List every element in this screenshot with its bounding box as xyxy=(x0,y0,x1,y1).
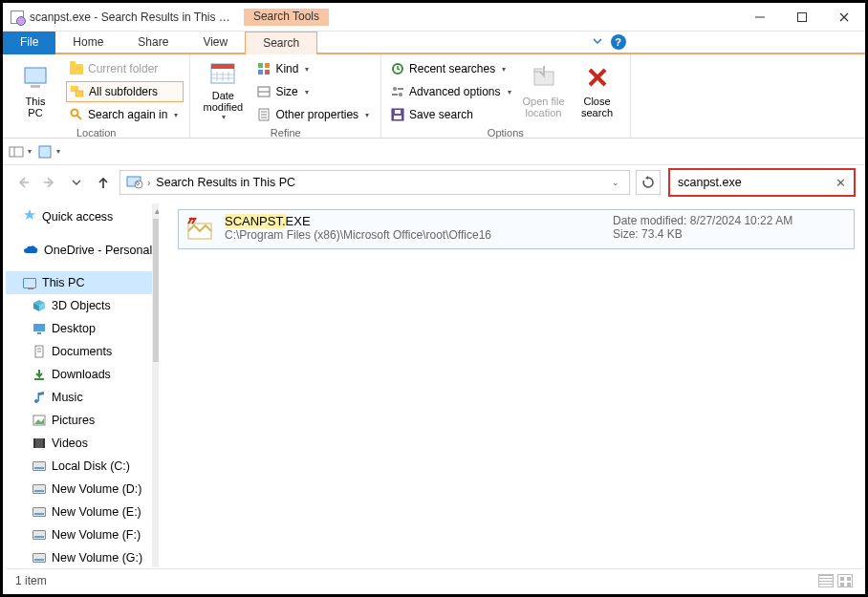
nav-volume-f[interactable]: New Volume (F:) xyxy=(6,523,159,546)
download-icon xyxy=(33,368,46,381)
contextual-tab-label: Search Tools xyxy=(244,9,329,26)
nav-item-label: New Volume (F:) xyxy=(52,528,141,542)
tab-search[interactable]: Search xyxy=(245,32,317,54)
nav-this-pc-label: This PC xyxy=(42,276,84,289)
window-minimize-button[interactable] xyxy=(739,3,781,32)
address-bar[interactable]: › Search Results in This PC ⌄ xyxy=(119,170,630,195)
other-properties-button[interactable]: Other properties▾ xyxy=(253,104,375,125)
nav-music[interactable]: Music xyxy=(6,386,159,409)
advanced-options-icon xyxy=(391,85,404,98)
search-box[interactable]: ✕ xyxy=(668,168,856,197)
svg-rect-1 xyxy=(798,12,807,21)
nav-documents[interactable]: Documents xyxy=(6,340,159,363)
chevron-down-icon: ▾ xyxy=(174,111,178,119)
nav-volume-d[interactable]: New Volume (D:) xyxy=(6,478,159,501)
chevron-down-icon[interactable]: ▾ xyxy=(28,147,32,156)
kind-label: Kind xyxy=(275,62,298,75)
svg-rect-51 xyxy=(33,324,45,331)
search-again-in-button[interactable]: Search again in ▾ xyxy=(66,104,184,125)
advanced-options-button[interactable]: Advanced options▾ xyxy=(387,81,516,102)
nav-item-label: New Volume (D:) xyxy=(52,482,141,496)
nav-local-disk-c[interactable]: Local Disk (C:) xyxy=(6,455,159,478)
tab-share[interactable]: Share xyxy=(120,32,185,54)
cloud-icon xyxy=(23,245,38,256)
svg-rect-34 xyxy=(395,110,401,114)
window-maximize-button[interactable] xyxy=(781,3,823,32)
nav-item-label: Pictures xyxy=(52,414,95,427)
svg-point-8 xyxy=(72,110,78,117)
nav-volume-g[interactable]: New Volume (G:) xyxy=(6,546,159,567)
chevron-down-icon: ▾ xyxy=(365,111,369,119)
result-file-path: C:\Program Files (x86)\Microsoft Office\… xyxy=(225,228,603,242)
this-pc-icon xyxy=(21,62,50,93)
nav-item-label: Documents xyxy=(52,345,112,358)
nav-back-button xyxy=(12,172,33,193)
svg-point-30 xyxy=(399,93,402,96)
nav-up-button[interactable] xyxy=(93,172,114,193)
refresh-button[interactable] xyxy=(636,170,661,195)
this-pc-button[interactable]: This PC xyxy=(9,58,62,121)
svg-rect-17 xyxy=(258,63,263,68)
nav-item-label: 3D Objects xyxy=(52,299,111,312)
kind-button[interactable]: Kind▾ xyxy=(253,58,375,79)
nav-quick-access[interactable]: Quick access xyxy=(6,203,159,229)
result-row[interactable]: SCANPST.EXE C:\Program Files (x86)\Micro… xyxy=(178,209,855,249)
chevron-down-icon[interactable]: ▾ xyxy=(56,147,60,156)
nav-forward-button xyxy=(39,172,60,193)
clear-search-icon[interactable]: ✕ xyxy=(835,176,846,190)
nav-downloads[interactable]: Downloads xyxy=(6,363,159,386)
nav-volume-e[interactable]: New Volume (E:) xyxy=(6,501,159,523)
close-search-button[interactable]: Close search xyxy=(571,58,624,121)
help-icon[interactable]: ? xyxy=(611,34,626,50)
size-icon xyxy=(257,85,271,98)
size-button[interactable]: Size▾ xyxy=(253,81,375,102)
nav-this-pc[interactable]: This PC xyxy=(6,271,159,294)
date-modified-button[interactable]: Date modified▾ xyxy=(196,58,250,121)
nav-3d-objects[interactable]: 3D Objects xyxy=(6,294,159,317)
folder-icon xyxy=(70,64,83,75)
nav-item-label: Music xyxy=(52,391,83,404)
view-large-icons-button[interactable] xyxy=(837,574,853,587)
search-input[interactable] xyxy=(678,176,832,189)
size-label: Size xyxy=(275,85,297,98)
all-subfolders-button[interactable]: All subfolders xyxy=(66,81,184,102)
tab-home[interactable]: Home xyxy=(55,32,120,54)
calendar-icon xyxy=(208,58,237,87)
nav-pictures[interactable]: Pictures xyxy=(6,409,159,432)
kind-icon xyxy=(257,62,271,75)
window-close-button[interactable] xyxy=(823,3,865,32)
preview-pane-icon[interactable] xyxy=(9,144,24,160)
nav-videos[interactable]: Videos xyxy=(6,432,159,455)
save-search-button[interactable]: Save search xyxy=(387,104,516,125)
picture-icon xyxy=(33,415,46,426)
navigation-pane[interactable]: Quick access OneDrive - Personal This PC… xyxy=(6,203,159,567)
close-search-label: Close search xyxy=(581,96,613,118)
result-date-label: Date modified: xyxy=(613,214,686,227)
view-details-button[interactable] xyxy=(818,574,834,587)
details-pane-icon[interactable] xyxy=(37,144,53,160)
tab-file[interactable]: File xyxy=(3,32,55,54)
breadcrumb[interactable]: Search Results in This PC xyxy=(150,176,301,189)
nav-item-label: Downloads xyxy=(52,368,111,381)
nav-item-label: New Volume (E:) xyxy=(52,505,141,519)
recent-searches-button[interactable]: Recent searches▾ xyxy=(387,58,516,79)
svg-rect-11 xyxy=(211,64,234,69)
tab-view[interactable]: View xyxy=(185,32,245,54)
address-history-dropdown[interactable]: ⌄ xyxy=(604,178,627,187)
nav-desktop[interactable]: Desktop xyxy=(6,317,159,340)
result-file-name: SCANPST.EXE xyxy=(225,214,603,228)
close-search-icon xyxy=(583,62,612,93)
svg-rect-63 xyxy=(43,438,45,448)
group-refine-label: Refine xyxy=(190,125,380,141)
cube-icon xyxy=(33,299,46,312)
svg-line-9 xyxy=(77,116,81,119)
search-location-icon xyxy=(126,174,143,192)
desktop-icon xyxy=(33,323,46,334)
results-pane[interactable]: SCANPST.EXE C:\Program Files (x86)\Micro… xyxy=(159,203,862,567)
nav-item-label: Desktop xyxy=(52,322,96,335)
collapse-ribbon-icon[interactable] xyxy=(592,35,603,50)
open-location-icon xyxy=(530,62,558,93)
nav-onedrive[interactable]: OneDrive - Personal xyxy=(6,239,159,262)
document-icon xyxy=(33,345,46,358)
nav-history-dropdown[interactable] xyxy=(66,172,87,193)
